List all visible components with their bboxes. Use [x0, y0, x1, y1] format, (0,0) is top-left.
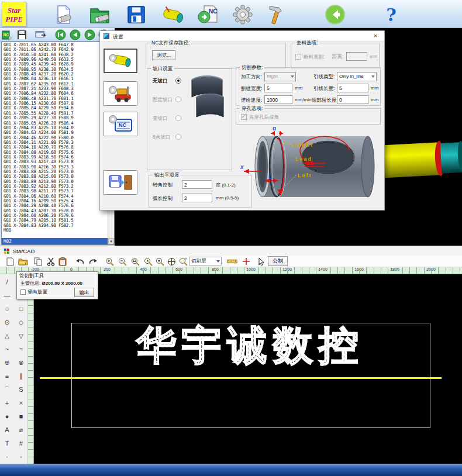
nav-first-icon[interactable]	[54, 29, 66, 40]
zoom-realtime-icon[interactable]	[178, 257, 188, 266]
save-icon[interactable]	[124, 2, 149, 27]
draw-tool-icon[interactable]: ⊗	[15, 356, 27, 369]
draw-tool-icon[interactable]: ⌀	[15, 423, 27, 436]
draw-tool-icon[interactable]: T	[1, 437, 13, 450]
starcad-titlebar[interactable]: StarCAD	[0, 246, 462, 256]
end-remain-input[interactable]: 0	[337, 95, 368, 104]
draw-tool-icon[interactable]: ∥	[15, 370, 27, 382]
cad-cut-icon[interactable]	[46, 257, 56, 266]
save-small-icon[interactable]	[16, 29, 27, 40]
select-cursor-icon[interactable]	[256, 257, 267, 266]
scroll-down-icon[interactable]: ▼	[108, 238, 114, 244]
draw-tool-icon[interactable]: ○	[1, 302, 13, 315]
smoothness-group: 输出平滑度 转角控制 2 度 (0.1-2) 弧长控制 2 mm (0.5-5)	[149, 175, 252, 208]
distance-label: 距离:	[332, 54, 343, 61]
draw-tool-icon[interactable]: ■	[15, 410, 27, 423]
draw-tool-icon[interactable]: /	[1, 275, 13, 288]
groove-option-none: 无坡口	[153, 78, 168, 85]
draw-tool-icon[interactable]: S	[15, 383, 27, 396]
draw-tool-icon[interactable]: ⌒	[1, 383, 13, 396]
pipe-settings-tab[interactable]	[104, 49, 137, 73]
back-icon[interactable]	[323, 2, 347, 27]
draw-tool-icon[interactable]: ⊕	[1, 356, 13, 369]
pipe-tool-icon[interactable]	[161, 2, 186, 27]
draw-tool-icon[interactable]: ·	[1, 450, 13, 463]
draw-tool-icon[interactable]: ▽	[15, 329, 27, 342]
dialog-icon	[104, 33, 109, 39]
gcode-line[interactable]: G01 X-7804.83 A204.90 F582.7	[2, 223, 108, 228]
snap-cross-icon[interactable]	[241, 257, 251, 266]
open-file-icon[interactable]	[88, 2, 112, 27]
layer-select[interactable]: 切割层	[189, 257, 222, 265]
draw-tool-icon[interactable]: ◇	[15, 316, 27, 329]
arc-control-unit: mm (0.5-5)	[216, 195, 239, 201]
zoom-extents-icon[interactable]	[154, 257, 165, 266]
draw-tool-icon[interactable]: ◦	[15, 450, 27, 463]
zoom-out-icon[interactable]	[117, 257, 127, 266]
nc-settings-tab[interactable]: NC	[104, 112, 137, 136]
zoom-previous-icon[interactable]	[143, 257, 153, 266]
lead-type-select[interactable]: Only in_line	[337, 72, 377, 81]
groove-option-variable: 变坡口	[153, 115, 168, 122]
pierce-first-checkbox	[241, 114, 247, 120]
groove-radio-none[interactable]	[175, 78, 181, 84]
zoom-in-icon[interactable]	[104, 257, 115, 266]
cad-new-icon[interactable]	[5, 257, 15, 266]
nav-prev-icon[interactable]	[69, 29, 81, 40]
metric-button[interactable]: 公制	[268, 256, 288, 266]
nc-small-icon[interactable]: NC	[1, 29, 13, 40]
output-button[interactable]: 输出	[74, 288, 94, 297]
draw-tool-icon[interactable]: ~	[1, 343, 13, 356]
machine-settings-tab[interactable]	[104, 81, 137, 106]
groove-group: 坡口设置 无坡口 固定坡口 变坡口 8点坡口	[147, 68, 232, 170]
new-file-icon[interactable]	[51, 2, 76, 27]
draw-tool-icon[interactable]: +	[1, 396, 13, 409]
draw-tool-icon[interactable]: A	[1, 423, 13, 436]
groove-option-8point: 8点坡口	[153, 134, 170, 141]
gcode-line-selected[interactable]: M02	[2, 238, 108, 244]
close-icon[interactable]: ×	[367, 31, 384, 42]
tools-hammer-icon[interactable]	[263, 2, 288, 27]
kerf-width-unit: mm	[295, 85, 302, 91]
send-to-machine-icon[interactable]	[35, 29, 47, 40]
cad-paste-icon[interactable]	[57, 257, 68, 266]
vertical-place-checkbox[interactable]	[20, 289, 26, 295]
save-exit-tab[interactable]	[104, 170, 137, 195]
nav-next-icon[interactable]	[84, 29, 95, 40]
browse-button[interactable]: 浏览...	[152, 50, 175, 60]
settings-gear-icon[interactable]	[230, 2, 255, 27]
draw-tool-icon[interactable]: ⊙	[1, 316, 13, 329]
gcode-line[interactable]: M08	[2, 228, 108, 233]
draw-tool-icon[interactable]: ×	[15, 396, 27, 409]
groove-preview-image	[188, 74, 226, 125]
cad-copy-icon[interactable]	[33, 257, 43, 266]
draw-tool-icon[interactable]: □	[15, 302, 27, 315]
gcode-line[interactable]	[2, 233, 108, 237]
draw-tool-icon[interactable]: ●	[1, 410, 13, 423]
cad-undo-icon[interactable]	[75, 257, 85, 266]
groove-radio-8point	[175, 134, 181, 140]
cad-canvas[interactable]: 华宇诚数控	[34, 274, 462, 464]
measure-icon[interactable]	[227, 257, 237, 266]
draw-tool-icon[interactable]: #	[15, 437, 27, 450]
corner-control-input[interactable]: 2	[182, 180, 212, 189]
draw-tool-icon[interactable]: ≡	[1, 370, 13, 382]
groove-option-fixed: 固定坡口	[153, 96, 173, 104]
kerf-width-input[interactable]: 5	[264, 84, 292, 92]
nc-badge: NC	[209, 8, 217, 15]
pan-icon[interactable]	[166, 257, 177, 266]
arc-control-input[interactable]: 2	[182, 194, 212, 202]
feed-rate-label: 进给速度:	[241, 97, 262, 104]
draw-tool-icon[interactable]: ≈	[15, 343, 27, 356]
draw-tool-icon[interactable]: △	[1, 329, 13, 342]
cad-redo-icon[interactable]	[88, 257, 98, 266]
ruler-label: 800	[211, 267, 219, 271]
cad-open-icon[interactable]	[18, 257, 28, 266]
help-icon[interactable]: ?	[379, 2, 404, 27]
draw-tool-icon[interactable]: —	[1, 289, 13, 302]
zoom-window-icon[interactable]	[130, 257, 140, 266]
nc-export-icon[interactable]: NC	[196, 2, 221, 27]
dialog-titlebar[interactable]: 设置 ×	[100, 31, 384, 42]
lead-length-input[interactable]: 5	[337, 84, 368, 92]
feed-rate-input[interactable]: 1000	[264, 95, 292, 104]
